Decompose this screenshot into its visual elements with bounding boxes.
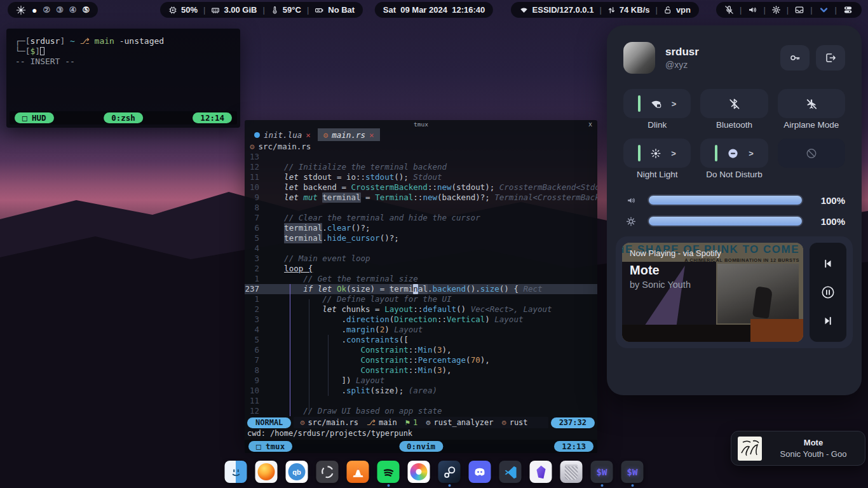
network-island: ESSID/127.0.0.1 | 74 KB/s | vpn <box>511 2 699 18</box>
code-area[interactable]: 1312 // Initialize the terminal backend1… <box>245 152 597 416</box>
separator: | <box>763 5 765 15</box>
vim-mode-pill: NORMAL <box>247 417 291 428</box>
toggle-tile-bluetooth[interactable] <box>700 89 768 118</box>
mic-muted-icon[interactable] <box>724 5 734 15</box>
steam-icon[interactable] <box>438 461 461 483</box>
firefox-icon[interactable] <box>255 461 278 483</box>
brightness-slider-row: 100% <box>623 215 845 227</box>
tab-main.rs[interactable]: ⚙main.rs× <box>318 128 380 141</box>
code-line: 2 loop { <box>245 264 597 274</box>
toggle-tile-wifi[interactable]: > <box>623 89 691 118</box>
cpu-stat: 50% <box>168 5 198 15</box>
separator: | <box>810 5 812 15</box>
tmux-session-pill[interactable]: □ tmux <box>248 441 292 452</box>
notification-popup[interactable]: Mote Sonic Youth - Goo <box>731 431 865 466</box>
running-indicator <box>448 484 451 487</box>
distro-logo-icon[interactable] <box>16 5 26 15</box>
avatar <box>623 42 655 74</box>
pause-button[interactable] <box>818 282 838 302</box>
workspace-4[interactable]: ④ <box>69 5 77 15</box>
workspace-3[interactable]: ③ <box>56 5 64 15</box>
rust-file-icon: ⚙ <box>250 142 255 151</box>
speaker-icon[interactable] <box>747 5 757 15</box>
cwd-line: cwd: /home/srdusr/projects/typerpunk <box>245 429 597 438</box>
buffer-tabs: init.lua×⚙main.rs× <box>245 128 597 141</box>
toggle-tile-airplane[interactable] <box>778 89 845 118</box>
chevron-right-icon[interactable]: > <box>671 149 676 158</box>
tmux-session-pill[interactable]: □ HUD <box>15 112 54 123</box>
vscode-icon[interactable] <box>499 461 522 483</box>
code-line: 8 <box>245 203 597 213</box>
statusline-item-icon: ⚑ <box>405 418 410 427</box>
memory-icon <box>211 6 220 15</box>
qbittorrent-icon[interactable]: qb <box>286 461 308 483</box>
trash-icon[interactable] <box>560 461 583 483</box>
gear-icon[interactable] <box>771 5 781 15</box>
terminal-window[interactable]: ┌─[srdusr] ~ ⎇ main -unstaged └─[$] -- I… <box>6 29 240 128</box>
separator: | <box>835 5 837 15</box>
tile-label: Do Not Disturb <box>700 168 768 184</box>
tab-close-icon[interactable]: × <box>306 130 311 140</box>
toggle-tile-empty[interactable] <box>778 139 845 168</box>
vlc-icon[interactable] <box>347 461 369 483</box>
album-art[interactable]: THE SHAPE OF PUNK TO COME A CHIMERICAL B… <box>622 243 803 342</box>
discord-icon[interactable] <box>469 461 491 483</box>
tab-init.lua[interactable]: init.lua× <box>248 128 316 141</box>
line-number: 4 <box>245 243 265 254</box>
chevron-right-icon[interactable]: > <box>749 149 754 158</box>
sw-app-1-icon[interactable]: $W <box>591 461 613 483</box>
line-number: 8 <box>245 203 265 213</box>
code-line: 6 terminal.clear()?; <box>245 223 597 233</box>
terminal-tmux-statusbar: □ HUD 0:zsh 12:14 <box>10 111 237 125</box>
tmux-window-pill[interactable]: 0:zsh <box>104 112 143 123</box>
finder-icon[interactable] <box>225 461 247 483</box>
statusline-item-icon: ⎇ <box>367 418 376 427</box>
photos-icon[interactable] <box>408 461 430 483</box>
dock-toggle-icon[interactable] <box>843 5 853 15</box>
sw-app-2-icon[interactable]: $W <box>621 461 644 483</box>
spotify-icon[interactable] <box>377 461 400 483</box>
statusline-item-icon: ⚙ <box>300 418 304 427</box>
line-number: 6 <box>245 345 265 355</box>
bluetooth-off-icon <box>728 98 740 110</box>
logout-icon <box>824 52 837 64</box>
code-line: 1 // Get the terminal size <box>245 274 597 284</box>
wifi-status[interactable]: ESSID/127.0.0.1 <box>519 5 594 15</box>
wifi-lock-icon <box>649 98 663 110</box>
previous-button[interactable] <box>818 254 838 274</box>
line-number: 11 <box>245 396 265 406</box>
line-number: 10 <box>245 182 265 193</box>
lock-keys-button[interactable] <box>780 45 810 71</box>
chevron-down-icon[interactable] <box>818 5 829 15</box>
tile-label: Night Light <box>623 168 691 184</box>
code-line: 5 .constraints([ <box>245 335 597 345</box>
workspace-5[interactable]: ⑤ <box>82 5 90 15</box>
toggle-tile-dnd[interactable]: > <box>700 139 768 168</box>
chevron-right-icon[interactable]: > <box>672 99 677 109</box>
tab-close-icon[interactable]: × <box>369 130 374 140</box>
volume-slider[interactable] <box>648 194 803 206</box>
inbox-icon[interactable] <box>794 5 804 15</box>
line-number: 11 <box>245 172 265 182</box>
dock-item: $W <box>621 461 644 487</box>
blocked-icon <box>805 147 818 159</box>
toggle-tile-night-light[interactable]: > <box>623 139 691 168</box>
workspace-2[interactable]: ② <box>43 5 50 15</box>
brightness-value: 100% <box>812 216 845 227</box>
clock[interactable]: Sat 09 Mar 2024 12:16:40 <box>375 2 493 18</box>
statusline-item-text: src/main.rs <box>308 418 358 427</box>
workspace-1[interactable]: ● <box>32 5 37 15</box>
brightness-slider[interactable] <box>648 215 803 227</box>
active-indicator <box>638 95 641 112</box>
window-close-button[interactable]: x <box>588 120 592 128</box>
editor-statusline: NORMAL ⚙src/main.rs⎇main⚑1⚙rust_analyzer… <box>245 416 597 429</box>
tmux-clock-pill: 12:13 <box>554 441 593 452</box>
editor-window[interactable]: tmux x init.lua×⚙main.rs× ⚙ src/main.rs … <box>245 120 597 444</box>
breadcrumb: ⚙ src/main.rs <box>245 141 597 152</box>
vpn-status[interactable]: vpn <box>663 5 691 15</box>
obs-icon[interactable] <box>316 461 339 483</box>
logout-button[interactable] <box>816 45 845 71</box>
tmux-window-pill[interactable]: 0:nvim <box>399 441 443 452</box>
obsidian-icon[interactable] <box>530 461 552 483</box>
next-button[interactable] <box>818 311 838 331</box>
